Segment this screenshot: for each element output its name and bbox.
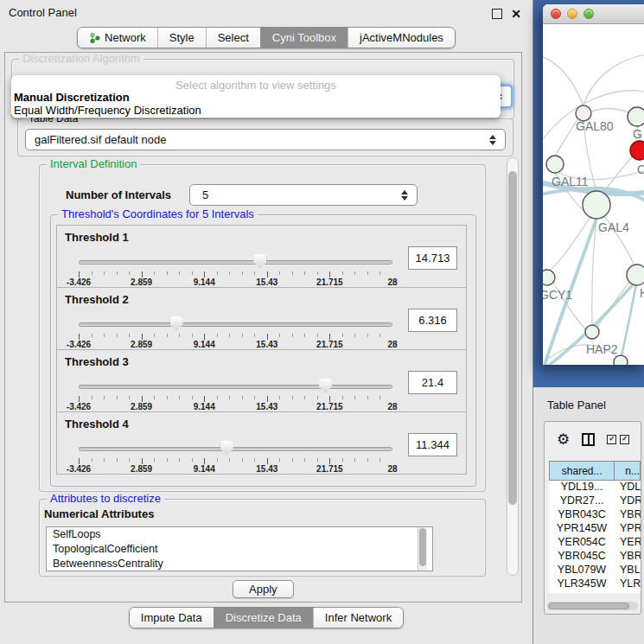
threshold-3-panel: Threshold 3 -3.4262.8599.14415.4321.7152… [56,349,467,412]
table-header-row: shared... n... [549,461,641,481]
table-row[interactable]: YDL19...YDL1 [549,481,641,494]
tab-style[interactable]: Style [157,28,206,48]
scrollbar-thumb[interactable] [419,528,426,566]
thresholds-group-title: Threshold's Coordinates for 5 Intervals [58,208,258,220]
discretization-algorithm-group-title: Discretization Algorithm [19,53,143,65]
number-of-intervals-label: Number of Intervals [66,188,171,201]
split-columns-icon[interactable] [582,433,595,446]
threshold-1-label: Threshold 1 [65,231,129,244]
zoom-traffic-light-icon[interactable] [583,9,594,19]
slider-thumb[interactable] [319,379,332,393]
table-body: YDL19...YDL1 YDR27...YDR2 YBR043CYBR0 YP… [549,481,641,593]
node-label: C [637,163,644,176]
algorithm-dropdown-popup: Select algorithm to view settings Manual… [11,75,501,118]
close-traffic-light-icon[interactable] [551,9,561,19]
threshold-4-slider[interactable]: -3.4262.8599.14415.4321.71528 [79,441,392,474]
threshold-2-slider[interactable]: -3.4262.8599.14415.4321.71528 [79,316,392,349]
threshold-1-value-field[interactable]: 14.713 [408,246,457,270]
scrollbar-thumb[interactable] [508,171,517,505]
close-icon[interactable]: ✕ [511,9,521,19]
gear-icon[interactable]: ⚙ [557,432,570,447]
cyni-mode-tabs: Impute Data Discretize Data Infer Networ… [129,607,404,628]
attributes-group: Attributes to discretize Numerical Attri… [39,499,486,577]
table-row[interactable]: YBR045CYBR0 [549,550,641,564]
scrollbar-thumb[interactable] [548,603,629,609]
dropdown-placeholder: Select algorithm to view settings [11,79,501,92]
slider-thumb[interactable] [220,441,233,456]
network-canvas[interactable]: GAL80 G C GAL11 GAL4 GCY1 H HAP2 [543,24,644,365]
table-horizontal-scrollbar[interactable] [547,602,638,610]
dropdown-option-manual-discretization[interactable]: Manual Discretization [14,91,130,104]
node-attribute-table: shared... n... YDL19...YDL1 YDR27...YDR2… [549,461,641,593]
combo-stepper-icon [486,135,500,145]
network-view-window: GAL80 G C GAL11 GAL4 GCY1 H HAP2 [543,4,644,365]
node-label: G [633,127,642,141]
threshold-3-label: Threshold 3 [65,355,129,368]
table-data-group: Table Data galFiltered.sif default node [17,118,513,156]
table-row[interactable]: YLR345WYLR3 [549,577,641,591]
table-row[interactable]: YBR043CYBR0 [549,508,641,522]
tab-impute-data[interactable]: Impute Data [130,608,214,628]
content-vertical-scrollbar[interactable] [507,157,519,576]
column-header-shared-name[interactable]: shared... [550,462,615,480]
float-window-icon[interactable] [492,9,502,19]
network-window-titlebar[interactable] [543,4,644,24]
checkbox-icon[interactable]: ✓ [607,435,616,444]
table-row[interactable]: YBL079WYBL0 [549,564,641,577]
tab-select[interactable]: Select [206,28,260,48]
control-panel-title: Control Panel [9,6,77,19]
checkbox-icon[interactable]: ✓ [620,435,629,444]
table-toolbar: ⚙ ✓ ✓ [545,422,641,456]
thresholds-group: Threshold's Coordinates for 5 Intervals … [50,214,476,487]
attributes-group-title: Attributes to discretize [47,493,164,505]
number-of-intervals-value: 5 [190,188,398,201]
table-row[interactable]: YER054CYER0 [549,536,641,550]
minimize-traffic-light-icon[interactable] [567,9,577,19]
table-row[interactable]: YIL052CYIL0 [549,591,641,593]
control-panel-window: Control Panel ✕ Network Style [0,0,533,644]
apply-button[interactable]: Apply [233,580,294,598]
network-icon [89,32,100,43]
control-panel-tabs: Network Style Select Cyni Toolbox jActiv… [77,27,456,48]
node-label: GAL80 [576,119,614,133]
threshold-2-value-field[interactable]: 6.316 [408,309,457,332]
tab-network[interactable]: Network [78,28,157,48]
table-data-combobox-value: galFiltered.sif default node [26,133,486,146]
tab-infer-network[interactable]: Infer Network [313,608,403,628]
numerical-attributes-list[interactable]: SelfLoops TopologicalCoefficient Between… [46,526,433,571]
numerical-attributes-label: Numerical Attributes [44,507,154,520]
table-row[interactable]: YDR27...YDR2 [549,494,641,508]
table-panel: Table Panel ⚙ ✓ ✓ shared... n... YDL19..… [533,387,644,644]
threshold-1-slider[interactable]: -3.4262.8599.14415.4321.71528 [79,254,392,287]
column-header-name[interactable]: n... [615,462,640,480]
list-item[interactable]: TopologicalCoefficient [47,542,432,557]
table-panel-box: ⚙ ✓ ✓ shared... n... YDL19...YDL1 YDR27.… [544,421,641,615]
dropdown-option-equal-width-frequency[interactable]: Equal Width/Frequency Discretization [14,104,201,117]
list-item[interactable]: BetweennessCentrality [47,557,432,571]
threshold-4-value-field[interactable]: 11.344 [408,433,457,456]
node-label: H [640,286,644,300]
tab-cyni-toolbox[interactable]: Cyni Toolbox [260,28,348,48]
cyni-toolbox-panel: Discretization Algorithm Select algorith… [4,52,522,603]
tab-jactivemnodules[interactable]: jActiveMNodules [348,28,455,48]
interval-definition-group: Interval Definition Number of Intervals … [39,164,486,492]
table-panel-title: Table Panel [547,399,606,411]
slider-thumb[interactable] [253,254,266,269]
tab-discretize-data[interactable]: Discretize Data [214,608,313,628]
node-label: HAP2 [586,342,618,356]
desktop: Control Panel ✕ Network Style [0,0,644,644]
table-row[interactable]: YPR145WYPR1 [549,522,641,536]
threshold-2-label: Threshold 2 [65,293,129,306]
slider-thumb[interactable] [170,316,183,331]
network-graph [543,24,644,365]
combo-stepper-icon [398,190,411,201]
node-label: GAL11 [552,175,589,188]
list-item[interactable]: SelfLoops [47,527,432,542]
interval-definition-group-title: Interval Definition [47,158,140,170]
number-of-intervals-combobox[interactable]: 5 [189,184,418,206]
attributes-list-scrollbar[interactable] [418,527,427,571]
table-data-combobox[interactable]: galFiltered.sif default node [25,129,506,150]
node-label: GAL4 [598,220,629,234]
threshold-3-slider[interactable]: -3.4262.8599.14415.4321.71528 [79,379,392,411]
threshold-3-value-field[interactable]: 21.4 [408,371,457,394]
